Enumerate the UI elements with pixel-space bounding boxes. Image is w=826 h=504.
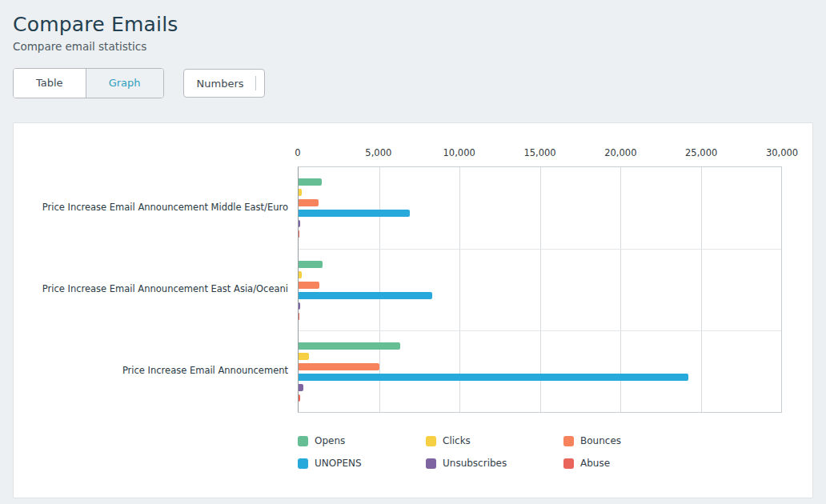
page-title: Compare Emails xyxy=(13,13,813,36)
bar-group xyxy=(299,249,781,330)
legend-swatch xyxy=(298,458,308,469)
chart-card: 05,00010,00015,00020,00025,00030,000 Pri… xyxy=(13,122,813,498)
legend-item-abuse: Abuse xyxy=(563,458,621,469)
legend-label: UNOPENS xyxy=(315,458,362,469)
bar-opens xyxy=(299,261,323,268)
legend-swatch xyxy=(426,458,436,469)
graph-view-button[interactable]: Graph xyxy=(86,69,163,98)
x-tick-label: 10,000 xyxy=(443,147,475,158)
page-header: Compare Emails Compare email statistics xyxy=(0,0,826,53)
view-switcher: Table Graph xyxy=(13,68,164,98)
bar-unopens xyxy=(299,374,688,381)
bar-opens xyxy=(299,178,322,186)
legend-label: Opens xyxy=(315,435,345,446)
bar-unopens xyxy=(299,292,432,299)
bar-unsubscribes xyxy=(299,302,300,310)
numbers-button[interactable]: Numbers xyxy=(183,69,265,98)
bar-bounces xyxy=(299,199,319,206)
bar-abuse xyxy=(299,230,299,238)
legend-label: Bounces xyxy=(580,435,621,446)
legend-item-unopens: UNOPENS xyxy=(298,458,426,469)
legend-item-opens: Opens xyxy=(298,435,426,446)
legend-label: Abuse xyxy=(580,458,610,469)
plot-area xyxy=(298,166,782,413)
x-axis-ticks: 05,00010,00015,00020,00025,00030,000 xyxy=(298,147,782,166)
x-tick-label: 25,000 xyxy=(685,147,717,158)
x-tick-label: 0 xyxy=(295,147,300,158)
legend-item-unsubscribes: Unsubscribes xyxy=(426,458,563,469)
compare-emails-chart: Price Increase Email Announcement Middle… xyxy=(14,166,812,413)
bar-unsubscribes xyxy=(299,220,300,227)
x-tick-label: 30,000 xyxy=(766,147,798,158)
table-view-button[interactable]: Table xyxy=(14,69,86,98)
legend-label: Unsubscribes xyxy=(443,458,507,469)
chart-legend: OpensClicksBouncesUNOPENSUnsubscribesAbu… xyxy=(298,435,621,469)
numbers-button-divider xyxy=(255,76,256,90)
category-label: Price Increase Email Announcement xyxy=(14,330,298,411)
x-tick-label: 15,000 xyxy=(523,147,555,158)
legend-swatch xyxy=(298,436,308,446)
bar-unopens xyxy=(299,210,410,217)
category-labels: Price Increase Email Announcement Middle… xyxy=(14,166,298,413)
bar-group xyxy=(299,167,781,249)
legend-swatch xyxy=(563,436,574,446)
bar-opens xyxy=(299,342,400,350)
bar-clicks xyxy=(299,271,302,278)
legend-item-clicks: Clicks xyxy=(426,435,563,446)
x-tick-label: 20,000 xyxy=(604,147,636,158)
bar-group xyxy=(299,330,781,412)
bar-unsubscribes xyxy=(299,384,303,391)
legend-swatch xyxy=(426,436,436,446)
category-label: Price Increase Email Announcement Middle… xyxy=(14,166,298,248)
view-toolbar: Table Graph Numbers xyxy=(13,68,813,98)
legend-swatch xyxy=(563,458,574,469)
bar-clicks xyxy=(299,353,309,360)
bar-abuse xyxy=(299,394,300,402)
bar-abuse xyxy=(299,313,299,320)
legend-label: Clicks xyxy=(443,435,471,446)
category-label: Price Increase Email Announcement East A… xyxy=(14,248,298,330)
bar-clicks xyxy=(299,189,302,196)
bar-bounces xyxy=(299,282,319,289)
page-subtitle: Compare email statistics xyxy=(13,40,813,53)
x-tick-label: 5,000 xyxy=(365,147,391,158)
numbers-button-label: Numbers xyxy=(197,78,244,90)
legend-item-bounces: Bounces xyxy=(563,435,621,446)
bar-bounces xyxy=(299,363,379,370)
